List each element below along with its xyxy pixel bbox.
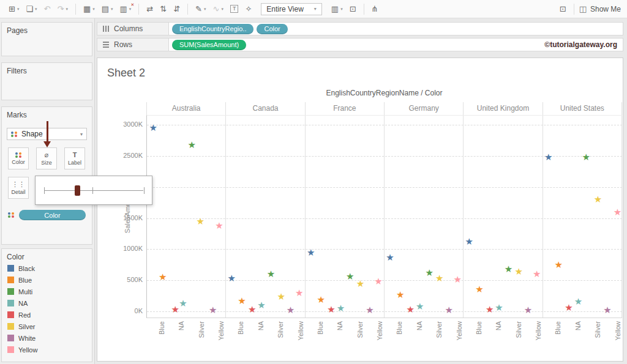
presentation-mode-button[interactable]: ⊡	[557, 3, 569, 15]
mark-star-blue[interactable]: ★	[316, 295, 326, 304]
fit-selector[interactable]: Entire View▾	[261, 3, 322, 15]
mark-star-red[interactable]: ★	[247, 305, 257, 314]
show-mark-labels-button[interactable]: ▥▾	[329, 3, 345, 15]
mark-star-silver[interactable]: ★	[355, 279, 365, 288]
mark-star-yellow[interactable]: ★	[374, 277, 383, 286]
mark-star-na[interactable]: ★	[178, 299, 188, 308]
marks-label-button[interactable]: TLabel	[64, 147, 85, 169]
mark-star-white[interactable]: ★	[208, 305, 218, 314]
tableau-window: ⊞▾❏▾↶↷▾▦▾▤▾▥✕▾⇄⇅⇵✎▾∿▾T✧Entire View▾▥▾⊡⋔ …	[0, 0, 627, 364]
presentation-monitor-button[interactable]: ⊡	[347, 3, 359, 15]
mark-star-silver[interactable]: ★	[435, 273, 445, 283]
mark-star-yellow[interactable]: ★	[613, 207, 623, 217]
legend-item-white[interactable]: White	[2, 332, 92, 344]
legend-item-black[interactable]: Black	[2, 262, 92, 274]
new-worksheet-button[interactable]: ▦▾	[81, 3, 97, 15]
swap-rows-columns-button[interactable]: ⇄	[144, 3, 156, 15]
mark-star-na[interactable]: ★	[573, 297, 583, 306]
mark-star-na[interactable]: ★	[336, 303, 345, 313]
columns-tray[interactable]: EnglishCountryRegio..Color	[169, 22, 623, 35]
mark-star-white[interactable]: ★	[524, 305, 533, 314]
pause-auto-updates-button[interactable]: ❏▾	[23, 3, 39, 15]
marks-buttons-row: Color⌀SizeTLabel	[8, 147, 86, 169]
mark-star-silver[interactable]: ★	[195, 217, 205, 226]
pages-shelf[interactable]: Pages	[1, 22, 92, 56]
chart-panel-canada: ★★★★★★★★	[226, 116, 305, 318]
mark-star-red[interactable]: ★	[405, 305, 415, 314]
mark-star-black[interactable]: ★	[306, 248, 316, 257]
marks-color-button[interactable]: Color	[8, 147, 29, 169]
mark-star-blue[interactable]: ★	[475, 284, 484, 294]
mark-star-black[interactable]: ★	[227, 273, 236, 283]
mark-star-yellow[interactable]: ★	[214, 221, 224, 230]
mark-star-yellow[interactable]: ★	[452, 275, 462, 284]
country-header-united-states: United States	[543, 102, 622, 115]
new-data-source-button[interactable]: ⊞▾	[6, 3, 21, 15]
mark-star-blue[interactable]: ★	[237, 296, 247, 305]
chevron-down-icon: ▾	[17, 7, 20, 12]
mark-star-na[interactable]: ★	[257, 300, 266, 310]
mark-star-yellow[interactable]: ★	[295, 288, 304, 297]
mark-star-multi[interactable]: ★	[424, 268, 434, 277]
mark-star-silver[interactable]: ★	[514, 267, 524, 276]
filters-shelf[interactable]: Filters	[1, 62, 92, 100]
show-me-button[interactable]: ◫ Show Me	[579, 4, 621, 13]
rows-pill[interactable]: SUM(SalesAmount)	[172, 40, 246, 50]
mark-star-multi[interactable]: ★	[187, 140, 197, 149]
chart-column-field-header: EnglishCountryRegionName / Color	[146, 89, 622, 97]
marks-size-button[interactable]: ⌀Size	[36, 147, 57, 169]
legend-item-blue[interactable]: Blue	[2, 274, 92, 286]
mark-star-red[interactable]: ★	[564, 303, 574, 312]
legend-item-red[interactable]: Red	[2, 309, 92, 321]
mark-star-blue[interactable]: ★	[554, 260, 563, 269]
mark-star-multi[interactable]: ★	[266, 269, 276, 278]
mark-star-white[interactable]: ★	[365, 305, 375, 314]
mark-star-silver[interactable]: ★	[276, 292, 286, 301]
marks-detail-button[interactable]: ⋮⋮Detail	[8, 177, 29, 199]
legend-item-yellow[interactable]: Yellow	[2, 344, 92, 355]
legend-item-silver[interactable]: Silver	[2, 321, 92, 332]
undo-button[interactable]: ↶	[42, 3, 53, 15]
duplicate-sheet-button[interactable]: ▤▾	[99, 3, 116, 15]
columns-pill[interactable]: Color	[257, 24, 287, 34]
mark-star-black[interactable]: ★	[544, 152, 554, 162]
legend-swatch	[7, 335, 14, 341]
legend-item-multi[interactable]: Multi	[2, 286, 92, 297]
mark-star-na[interactable]: ★	[494, 303, 504, 312]
legend-item-na[interactable]: NA	[2, 297, 92, 309]
marks-label-label: Label	[68, 160, 81, 166]
mark-star-blue[interactable]: ★	[158, 272, 168, 281]
mark-star-na[interactable]: ★	[415, 302, 425, 311]
mark-star-black[interactable]: ★	[148, 123, 158, 132]
size-slider-handle[interactable]	[75, 185, 80, 196]
mark-star-black[interactable]: ★	[385, 253, 395, 262]
mark-star-white[interactable]: ★	[603, 305, 612, 314]
redo-button[interactable]: ↷▾	[55, 3, 70, 15]
sort-ascending-button[interactable]: ⇅	[157, 3, 169, 15]
mark-star-multi[interactable]: ★	[503, 264, 513, 273]
text-annotation-button[interactable]: T	[228, 4, 241, 14]
mark-star-blue[interactable]: ★	[396, 290, 405, 299]
marks-detail-label: Detail	[11, 189, 25, 195]
share-button[interactable]: ⋔	[369, 3, 381, 15]
highlight-button[interactable]: ✎▾	[193, 3, 208, 15]
toolbar: ⊞▾❏▾↶↷▾▦▾▤▾▥✕▾⇄⇅⇵✎▾∿▾T✧Entire View▾▥▾⊡⋔ …	[0, 0, 627, 18]
mark-star-black[interactable]: ★	[464, 237, 474, 246]
mark-star-white[interactable]: ★	[286, 305, 296, 314]
mark-star-red[interactable]: ★	[485, 305, 495, 314]
fix-axes-button[interactable]: ✧	[242, 3, 254, 15]
columns-pill[interactable]: EnglishCountryRegio..	[172, 24, 253, 34]
size-slider-track[interactable]	[44, 190, 143, 191]
mark-star-white[interactable]: ★	[444, 305, 454, 314]
mark-star-silver[interactable]: ★	[593, 195, 603, 204]
mark-star-yellow[interactable]: ★	[532, 269, 542, 278]
x-label-panel: BlueNASilverYellow	[146, 320, 226, 359]
format-painter-button[interactable]: ∿▾	[211, 3, 226, 15]
mark-star-multi[interactable]: ★	[581, 152, 591, 162]
sort-descending-button[interactable]: ⇵	[171, 3, 182, 15]
mark-star-multi[interactable]: ★	[345, 272, 355, 281]
clear-sheet-button[interactable]: ▥✕▾	[118, 3, 134, 15]
rows-tray[interactable]: SUM(SalesAmount)©tutorialgateway.org	[169, 38, 623, 51]
mark-star-red[interactable]: ★	[326, 305, 336, 314]
color-encoding-pill[interactable]: Color	[19, 210, 86, 220]
